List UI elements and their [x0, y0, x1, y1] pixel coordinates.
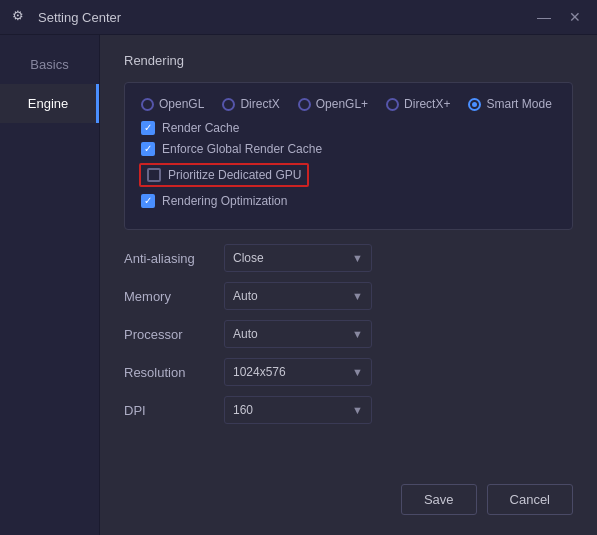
radio-openglplus[interactable]: OpenGL+ — [298, 97, 368, 111]
radio-circle-directx — [222, 98, 235, 111]
radio-label-directxplus: DirectX+ — [404, 97, 450, 111]
checkbox-box-prioritize-gpu — [147, 168, 161, 182]
radio-label-directx: DirectX — [240, 97, 279, 111]
chevron-down-icon-resolution: ▼ — [352, 366, 363, 378]
checkbox-prioritize-gpu[interactable]: Prioritize Dedicated GPU — [139, 163, 309, 187]
checkbox-box-render-opt: ✓ — [141, 194, 155, 208]
chevron-down-icon-dpi: ▼ — [352, 404, 363, 416]
checkbox-label-prioritize-gpu: Prioritize Dedicated GPU — [168, 168, 301, 182]
rendering-block: OpenGL DirectX OpenGL+ DirectX+ Smart Mo… — [124, 82, 573, 230]
field-label-processor: Processor — [124, 327, 214, 342]
field-value-dpi: 160 — [233, 403, 253, 417]
radio-label-opengl: OpenGL — [159, 97, 204, 111]
field-select-dpi[interactable]: 160 ▼ — [224, 396, 372, 424]
radio-label-smartmode: Smart Mode — [486, 97, 551, 111]
field-label-dpi: DPI — [124, 403, 214, 418]
sidebar-item-label-engine: Engine — [28, 96, 68, 111]
main-layout: Basics Engine Rendering OpenGL DirectX — [0, 35, 597, 535]
radio-label-openglplus: OpenGL+ — [316, 97, 368, 111]
checkbox-label-enforce-global: Enforce Global Render Cache — [162, 142, 322, 156]
checkbox-label-render-opt: Rendering Optimization — [162, 194, 287, 208]
sidebar-item-engine[interactable]: Engine — [0, 84, 99, 123]
title-bar-left: ⚙ Setting Center — [12, 8, 121, 26]
content-area: Rendering OpenGL DirectX OpenGL+ — [100, 35, 597, 535]
close-button[interactable]: ✕ — [565, 8, 585, 26]
field-select-processor[interactable]: Auto ▼ — [224, 320, 372, 348]
field-row-antialiasing: Anti-aliasing Close ▼ — [124, 244, 573, 272]
section-title: Rendering — [124, 53, 573, 68]
field-value-memory: Auto — [233, 289, 258, 303]
field-row-memory: Memory Auto ▼ — [124, 282, 573, 310]
radio-directx[interactable]: DirectX — [222, 97, 279, 111]
field-row-dpi: DPI 160 ▼ — [124, 396, 573, 424]
radio-circle-opengl — [141, 98, 154, 111]
sidebar-item-label-basics: Basics — [30, 57, 68, 72]
checkmark-enforce-global: ✓ — [144, 144, 152, 154]
checkmark-render-cache: ✓ — [144, 123, 152, 133]
checkbox-render-cache[interactable]: ✓ Render Cache — [141, 121, 556, 135]
title-bar: ⚙ Setting Center — ✕ — [0, 0, 597, 35]
checkbox-box-render-cache: ✓ — [141, 121, 155, 135]
field-label-resolution: Resolution — [124, 365, 214, 380]
checkbox-box-enforce-global: ✓ — [141, 142, 155, 156]
radio-circle-smartmode — [468, 98, 481, 111]
field-value-antialiasing: Close — [233, 251, 264, 265]
sidebar: Basics Engine — [0, 35, 100, 535]
chevron-down-icon-processor: ▼ — [352, 328, 363, 340]
field-select-memory[interactable]: Auto ▼ — [224, 282, 372, 310]
radio-smartmode[interactable]: Smart Mode — [468, 97, 551, 111]
radio-circle-directxplus — [386, 98, 399, 111]
checkbox-label-render-cache: Render Cache — [162, 121, 239, 135]
title-bar-title: Setting Center — [38, 10, 121, 25]
radio-options-row: OpenGL DirectX OpenGL+ DirectX+ Smart Mo… — [141, 97, 556, 111]
title-bar-controls: — ✕ — [533, 8, 585, 26]
radio-directxplus[interactable]: DirectX+ — [386, 97, 450, 111]
field-select-resolution[interactable]: 1024x576 ▼ — [224, 358, 372, 386]
field-select-antialiasing[interactable]: Close ▼ — [224, 244, 372, 272]
chevron-down-icon-antialiasing: ▼ — [352, 252, 363, 264]
field-value-resolution: 1024x576 — [233, 365, 286, 379]
save-button[interactable]: Save — [401, 484, 477, 515]
checkbox-enforce-global[interactable]: ✓ Enforce Global Render Cache — [141, 142, 556, 156]
radio-opengl[interactable]: OpenGL — [141, 97, 204, 111]
checkmark-render-opt: ✓ — [144, 196, 152, 206]
field-row-resolution: Resolution 1024x576 ▼ — [124, 358, 573, 386]
checkbox-render-opt[interactable]: ✓ Rendering Optimization — [141, 194, 556, 208]
field-rows: Anti-aliasing Close ▼ Memory Auto ▼ Proc… — [124, 244, 573, 424]
chevron-down-icon-memory: ▼ — [352, 290, 363, 302]
radio-circle-openglplus — [298, 98, 311, 111]
app-icon: ⚙ — [12, 8, 30, 26]
field-label-memory: Memory — [124, 289, 214, 304]
field-label-antialiasing: Anti-aliasing — [124, 251, 214, 266]
footer-buttons: Save Cancel — [401, 484, 573, 515]
field-value-processor: Auto — [233, 327, 258, 341]
cancel-button[interactable]: Cancel — [487, 484, 573, 515]
minimize-button[interactable]: — — [533, 8, 555, 26]
field-row-processor: Processor Auto ▼ — [124, 320, 573, 348]
sidebar-item-basics[interactable]: Basics — [0, 45, 99, 84]
